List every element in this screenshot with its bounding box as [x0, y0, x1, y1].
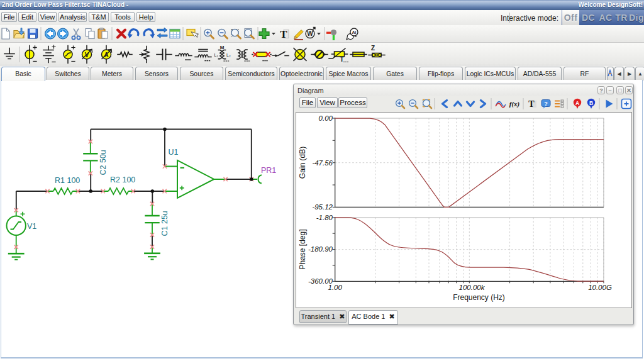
svg-text:A: A: [575, 100, 579, 106]
svg-text:C2 50u: C2 50u: [99, 150, 108, 175]
svg-text:T: T: [340, 56, 343, 63]
svg-text:L₂: L₂: [226, 53, 231, 57]
svg-text:100.00k: 100.00k: [459, 284, 486, 291]
svg-text:0.00: 0.00: [319, 114, 333, 122]
svg-text:T: T: [528, 99, 535, 109]
svg-text:-180.90: -180.90: [308, 245, 333, 253]
svg-text:T: T: [280, 28, 287, 40]
svg-text:W: W: [307, 30, 313, 37]
svg-text:M: M: [220, 45, 225, 50]
svg-text:L₁: L₁: [214, 53, 219, 57]
svg-text:C1 25u: C1 25u: [160, 211, 169, 236]
svg-text:-1.80: -1.80: [316, 214, 333, 221]
svg-text:-47.56: -47.56: [312, 159, 333, 167]
svg-text:f(x): f(x): [509, 100, 520, 108]
svg-text:PR1: PR1: [261, 166, 276, 175]
svg-text:U1: U1: [169, 148, 179, 157]
svg-text:1.00: 1.00: [328, 284, 343, 291]
svg-text:10.00G: 10.00G: [588, 284, 612, 291]
svg-text:B: B: [589, 100, 593, 106]
svg-text:Z: Z: [371, 45, 375, 52]
svg-text:-95.12: -95.12: [312, 203, 333, 211]
svg-text:V1: V1: [27, 222, 36, 231]
svg-text:R2 100: R2 100: [110, 175, 135, 184]
svg-text:Ai: Ai: [352, 30, 357, 35]
svg-text:R1 100: R1 100: [55, 176, 80, 185]
svg-text:Phase [deg]: Phase [deg]: [298, 229, 307, 269]
svg-text:Frequency (Hz): Frequency (Hz): [453, 293, 505, 302]
svg-text:Gain (dB): Gain (dB): [298, 147, 307, 179]
svg-text:?: ?: [544, 101, 548, 107]
